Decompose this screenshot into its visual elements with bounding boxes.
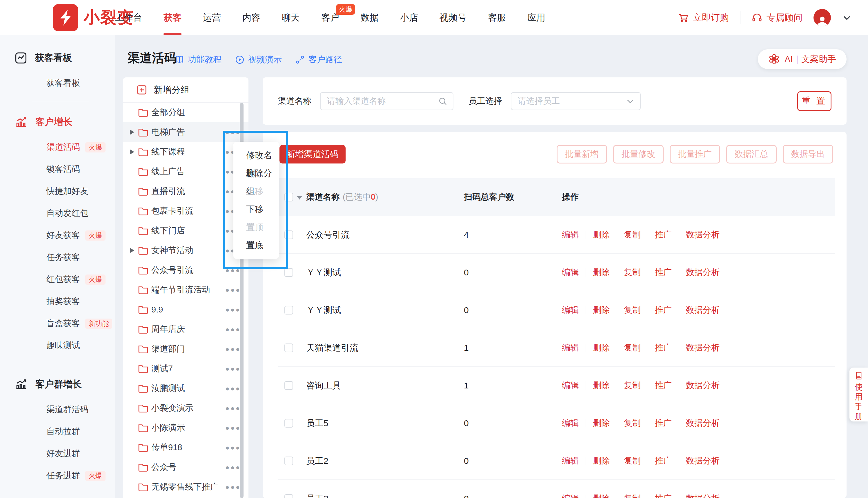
delete-link[interactable]: 删除 (593, 493, 610, 498)
group-row[interactable]: 线下课程 ●●● (123, 142, 248, 162)
group-row[interactable]: 女神节活动 ●●● (123, 240, 248, 260)
sidebar-item[interactable]: 获客看板 (0, 72, 115, 94)
context-menu-item[interactable]: 下移 (233, 200, 279, 218)
delete-link[interactable]: 删除 (593, 267, 610, 278)
add-group-button[interactable]: 新增分组 (123, 77, 248, 103)
nav-item[interactable]: 获客 (153, 0, 192, 35)
sidebar-item[interactable]: 渠道群活码 (0, 398, 115, 421)
more-actions-icon[interactable]: ●●● (225, 129, 241, 136)
context-menu-item[interactable]: 删除分组 (233, 165, 279, 182)
data-analysis-link[interactable]: 数据分析 (686, 304, 720, 316)
copy-link[interactable]: 复制 (624, 380, 641, 391)
more-actions-icon[interactable]: ●●● (225, 346, 241, 353)
copy-link[interactable]: 复制 (624, 267, 641, 278)
context-menu-item[interactable]: 置底 (233, 236, 279, 254)
edit-link[interactable]: 编辑 (562, 417, 579, 429)
more-actions-icon[interactable]: ●●● (225, 326, 241, 333)
tutorial-link[interactable]: 功能教程 (174, 54, 222, 66)
group-row[interactable]: 传单918 ●●● (123, 438, 248, 457)
edit-link[interactable]: 编辑 (562, 267, 579, 278)
batch-button[interactable]: 数据导出 (783, 145, 833, 163)
more-actions-icon[interactable]: ●●● (225, 405, 241, 411)
data-analysis-link[interactable]: 数据分析 (686, 267, 720, 278)
batch-button[interactable]: 数据汇总 (726, 145, 777, 163)
edit-link[interactable]: 编辑 (562, 304, 579, 316)
user-manual-tab[interactable]: 使用手册 (850, 368, 868, 421)
group-row[interactable]: 无锡零售线下推广 ●●● (123, 477, 248, 497)
select-menu-caret-icon[interactable] (297, 196, 302, 199)
group-row[interactable]: 线下门店 ●●● (123, 221, 248, 240)
delete-link[interactable]: 删除 (593, 304, 610, 316)
delete-link[interactable]: 删除 (593, 229, 610, 240)
group-row[interactable]: 公众号 ●●● (123, 457, 248, 477)
delete-link[interactable]: 删除 (593, 342, 610, 354)
copy-link[interactable]: 复制 (624, 342, 641, 354)
promote-link[interactable]: 推广 (655, 304, 672, 316)
video-demo-link[interactable]: 视频演示 (235, 54, 282, 66)
sidebar-section-dashboard[interactable]: 获客看板 (0, 47, 115, 69)
promote-link[interactable]: 推广 (655, 455, 672, 467)
row-checkbox[interactable] (285, 343, 293, 352)
staff-select[interactable]: 请选择员工 (511, 92, 641, 110)
delete-link[interactable]: 删除 (593, 417, 610, 429)
copy-link[interactable]: 复制 (624, 417, 641, 429)
copy-link[interactable]: 复制 (624, 304, 641, 316)
sidebar-section-group-growth[interactable]: 客户群增长 (0, 373, 115, 396)
channel-name-input[interactable]: 请输入渠道名称 (320, 92, 453, 110)
data-analysis-link[interactable]: 数据分析 (686, 455, 720, 467)
context-menu-item[interactable]: 上移 (233, 182, 279, 200)
caret-right-icon[interactable] (130, 130, 134, 135)
nav-item[interactable]: 客户 火爆 (311, 0, 350, 35)
sidebar-section-customer-growth[interactable]: 客户增长 (0, 111, 115, 133)
chevron-down-icon[interactable] (842, 13, 852, 23)
group-row[interactable]: 小裂变演示 ●●● (123, 398, 248, 418)
row-checkbox[interactable] (285, 457, 293, 465)
group-row[interactable]: 周年店庆 ●●● (123, 319, 248, 339)
more-actions-icon[interactable]: ●●● (225, 425, 241, 431)
more-actions-icon[interactable]: ●●● (225, 267, 241, 274)
edit-link[interactable]: 编辑 (562, 342, 579, 354)
group-row[interactable]: 渠道部门 ●●● (123, 339, 248, 359)
more-actions-icon[interactable]: ●●● (225, 366, 241, 372)
order-now-button[interactable]: 立即订购 (678, 12, 729, 24)
promote-link[interactable]: 推广 (655, 493, 672, 498)
more-actions-icon[interactable]: ●●● (225, 464, 241, 471)
delete-link[interactable]: 删除 (593, 380, 610, 391)
sidebar-item[interactable]: 任务获客 (0, 246, 115, 268)
caret-right-icon[interactable] (130, 248, 134, 253)
sidebar-item[interactable]: 自动发红包 (0, 202, 115, 224)
delete-link[interactable]: 删除 (593, 455, 610, 467)
group-row[interactable]: 小陈演示 ●●● (123, 418, 248, 438)
group-row[interactable]: 全部分组 (123, 103, 248, 122)
context-menu-item[interactable]: 置顶 (233, 218, 279, 236)
nav-item[interactable]: 小店 (389, 0, 429, 35)
copy-link[interactable]: 复制 (624, 229, 641, 240)
sidebar-item[interactable]: 趣味测试 (0, 335, 115, 356)
sidebar-item[interactable]: 红包获客 火爆 (0, 268, 115, 290)
advisor-button[interactable]: 专属顾问 (751, 12, 802, 24)
data-analysis-link[interactable]: 数据分析 (686, 342, 720, 354)
sidebar-item[interactable]: 渠道活码 火爆 (0, 136, 115, 158)
group-row[interactable]: 9.9 ●●● (123, 300, 248, 319)
group-row[interactable]: 测试7 ●●● (123, 359, 248, 379)
nav-item[interactable]: 数据 (350, 0, 389, 35)
sidebar-item[interactable]: 快捷加好友 (0, 180, 115, 202)
promote-link[interactable]: 推广 (655, 380, 672, 391)
avatar[interactable] (814, 9, 831, 26)
batch-button[interactable]: 批量推广 (670, 145, 720, 163)
more-actions-icon[interactable]: ●●● (225, 287, 241, 293)
data-analysis-link[interactable]: 数据分析 (686, 493, 720, 498)
group-row[interactable]: 端午节引流活动 ●●● (123, 280, 248, 300)
context-menu-item[interactable]: 修改名称 (233, 146, 279, 165)
copy-link[interactable]: 复制 (624, 493, 641, 498)
data-analysis-link[interactable]: 数据分析 (686, 417, 720, 429)
select-all-checkbox[interactable] (285, 193, 293, 201)
promote-link[interactable]: 推广 (655, 267, 672, 278)
sidebar-item[interactable]: 盲盒获客 新功能 (0, 313, 115, 335)
sidebar-item[interactable]: 任务进群 火爆 (0, 465, 115, 487)
reset-button[interactable]: 重 置 (797, 91, 831, 111)
promote-link[interactable]: 推广 (655, 229, 672, 240)
batch-button[interactable]: 批量新增 (557, 145, 607, 163)
sidebar-item[interactable]: 自动拉群 (0, 421, 115, 443)
more-actions-icon[interactable]: ●●● (225, 484, 241, 490)
